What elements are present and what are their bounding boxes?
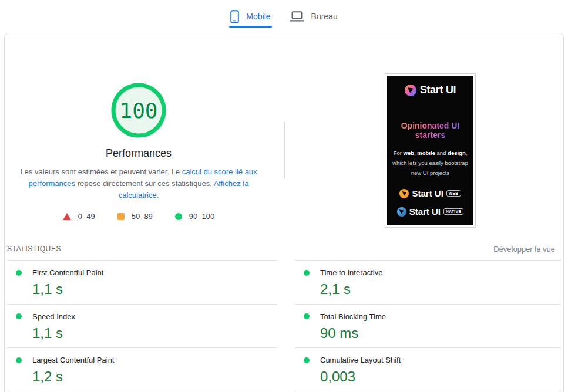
metric-label-row: Total Blocking Time bbox=[295, 312, 561, 321]
metric-label: Largest Contentful Paint bbox=[32, 356, 114, 364]
desktop-laptop-icon bbox=[290, 11, 304, 22]
thumb-body-seg: and bbox=[435, 150, 448, 156]
screenshot-content: Start UI Opinionated UI starters For web… bbox=[387, 76, 473, 225]
metric-speed-index: Speed Index 1,1 s bbox=[7, 304, 277, 348]
metric-label: Speed Index bbox=[32, 312, 75, 321]
metric-value: 90 ms bbox=[320, 325, 561, 342]
thumb-product-web-badge: WEB bbox=[446, 190, 461, 197]
pass-dot-icon bbox=[16, 313, 22, 319]
metric-value: 1,2 s bbox=[32, 369, 277, 385]
score-legend: 0–49 50–89 90–100 bbox=[0, 212, 277, 221]
metric-label-row: Time to Interactive bbox=[295, 268, 561, 277]
legend-label-pass: 90–100 bbox=[189, 212, 214, 221]
startui-native-logo-icon bbox=[397, 207, 406, 217]
thumb-headline: Opinionated UI starters bbox=[392, 121, 469, 140]
mobile-phone-icon bbox=[230, 10, 239, 23]
thumb-product-web-name: Start UI bbox=[412, 188, 443, 198]
thumb-product-native: Start UI NATIVE bbox=[397, 207, 464, 217]
expand-view-button[interactable]: Développer la vue bbox=[493, 245, 555, 254]
thumb-product-native-name: Start UI bbox=[409, 207, 441, 217]
thumb-brand-name: Start UI bbox=[420, 84, 456, 96]
score-description: Les valeurs sont estimées et peuvent var… bbox=[15, 166, 262, 201]
metric-label-row: Cumulative Layout Shift bbox=[295, 356, 561, 364]
tab-mobile[interactable]: Mobile bbox=[229, 0, 271, 33]
legend-item-pass: 90–100 bbox=[175, 212, 214, 221]
startui-web-logo-icon bbox=[399, 189, 409, 198]
pagespeed-report: Mobile Bureau 100 Performances Les valeu… bbox=[0, 0, 568, 392]
metric-value: 0,003 bbox=[320, 369, 561, 385]
metric-value: 1,1 s bbox=[32, 281, 277, 298]
metric-label-row: First Contentful Paint bbox=[7, 268, 277, 277]
pass-dot-icon bbox=[16, 270, 22, 276]
metric-label: Cumulative Layout Shift bbox=[320, 356, 401, 364]
pass-dot-icon bbox=[16, 357, 22, 363]
statistics-header: STATISTIQUES Développer la vue bbox=[7, 242, 555, 255]
tab-mobile-label: Mobile bbox=[246, 12, 270, 21]
thumb-body-text: For web, mobile and design, which lets y… bbox=[392, 148, 469, 178]
vertical-divider bbox=[284, 121, 285, 179]
average-square-icon bbox=[117, 213, 125, 220]
thumb-body-seg-bold: design bbox=[448, 150, 466, 156]
metric-cumulative-layout-shift: Cumulative Layout Shift 0,003 bbox=[295, 347, 561, 391]
metric-value: 1,1 s bbox=[32, 325, 277, 342]
thumb-body-seg-bold: mobile bbox=[417, 150, 435, 156]
thumb-product-native-badge: NATIVE bbox=[443, 208, 463, 215]
description-text-1: Les valeurs sont estimées et peuvent var… bbox=[20, 167, 182, 176]
pass-dot-icon bbox=[304, 313, 310, 319]
thumb-body-seg: For bbox=[394, 150, 404, 156]
legend-item-average: 50–89 bbox=[117, 212, 153, 221]
pass-circle-icon bbox=[175, 213, 182, 220]
metrics-grid: First Contentful Paint 1,1 s Time to Int… bbox=[7, 260, 561, 391]
metric-label-row: Largest Contentful Paint bbox=[7, 356, 277, 364]
pass-dot-icon bbox=[304, 357, 310, 363]
metric-time-to-interactive: Time to Interactive 2,1 s bbox=[295, 260, 561, 304]
thumb-body-seg-bold: web bbox=[404, 150, 414, 156]
thumb-brand-row: Start UI bbox=[405, 84, 456, 96]
pass-dot-icon bbox=[304, 270, 310, 276]
legend-label-fail: 0–49 bbox=[78, 212, 95, 221]
tab-bureau[interactable]: Bureau bbox=[288, 0, 339, 33]
device-tabbar: Mobile Bureau bbox=[0, 0, 568, 33]
fail-triangle-icon bbox=[63, 213, 71, 220]
page-screenshot-thumbnail[interactable]: Start UI Opinionated UI starters For web… bbox=[385, 73, 476, 228]
statistics-section-title: STATISTIQUES bbox=[7, 245, 61, 253]
metric-label: Total Blocking Time bbox=[320, 312, 386, 321]
performance-score-gauge[interactable]: 100 bbox=[111, 83, 166, 138]
thumb-product-web: Start UI WEB bbox=[399, 188, 461, 198]
metric-label: Time to Interactive bbox=[320, 268, 382, 277]
metric-largest-contentful-paint: Largest Contentful Paint 1,2 s bbox=[7, 347, 277, 391]
performance-score-value: 100 bbox=[111, 83, 166, 138]
metric-value: 2,1 s bbox=[320, 281, 561, 298]
legend-item-fail: 0–49 bbox=[63, 212, 95, 221]
metric-first-contentful-paint: First Contentful Paint 1,1 s bbox=[7, 260, 277, 304]
metric-label-row: Speed Index bbox=[7, 312, 277, 321]
active-tab-underline bbox=[229, 26, 271, 28]
startui-logo-icon bbox=[405, 85, 416, 96]
tab-bureau-label: Bureau bbox=[311, 12, 338, 21]
performance-title: Performances bbox=[0, 147, 277, 160]
metric-label: First Contentful Paint bbox=[32, 268, 103, 277]
description-text-2: repose directement sur ces statistiques. bbox=[75, 179, 214, 188]
metric-total-blocking-time: Total Blocking Time 90 ms bbox=[295, 304, 561, 348]
legend-label-average: 50–89 bbox=[132, 212, 153, 221]
